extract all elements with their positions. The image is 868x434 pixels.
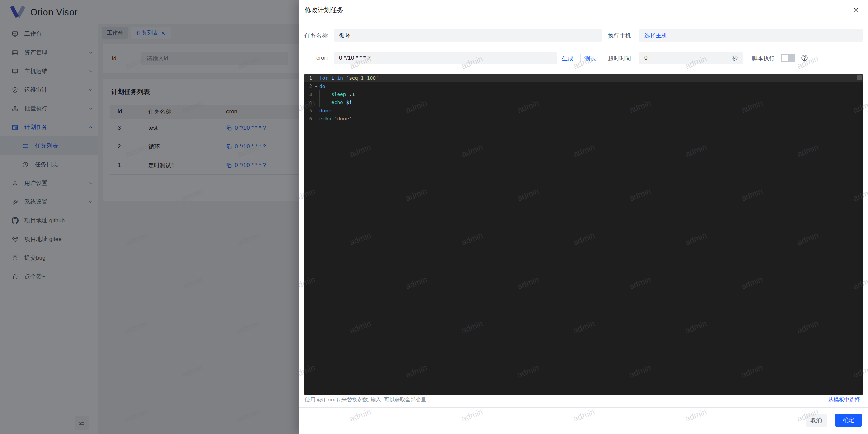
select-host-link[interactable]: 选择主机 xyxy=(644,32,667,39)
code-text: for i in `seq 1 100` xyxy=(319,75,379,81)
app-root: Orion Visor 工作台资产管理主机运维运维审计批量执行计划任务任务列表任… xyxy=(0,0,868,434)
ok-button[interactable]: 确定 xyxy=(835,414,862,427)
line-number: 1 xyxy=(307,75,312,81)
dialog-header: 修改计划任务 xyxy=(299,0,868,20)
code-text: sleep .1 xyxy=(319,92,355,97)
editor-line-2: 2do xyxy=(304,82,863,90)
divider xyxy=(580,54,581,62)
cron-test-link[interactable]: 测试 xyxy=(584,55,596,62)
editor-line-5: 5done xyxy=(304,107,863,115)
timeout-label: 超时时间 xyxy=(608,55,631,62)
line-number: 6 xyxy=(307,116,312,121)
editor-line-1: 1for i in `seq 1 100` xyxy=(304,74,863,82)
task-name-value: 循环 xyxy=(339,32,351,39)
script-exec-label: 脚本执行 xyxy=(752,55,775,62)
cancel-button[interactable]: 取消 xyxy=(806,414,827,427)
editor-line-4: 4 echo $i xyxy=(304,98,863,107)
editor-lines: 1for i in `seq 1 100`2do3 sleep .14 echo… xyxy=(304,74,863,123)
line-number: 5 xyxy=(307,108,312,113)
cron-input[interactable]: 0 */10 * * * ? xyxy=(334,52,557,64)
editor-line-6: 6echo 'done' xyxy=(304,115,863,123)
exec-host-label: 执行主机 xyxy=(608,32,631,40)
dialog-title: 修改计划任务 xyxy=(305,6,343,15)
task-name-label: 任务名称 xyxy=(304,32,328,40)
fold-chevron-icon[interactable] xyxy=(312,84,319,88)
code-text: done xyxy=(319,108,331,113)
choose-template-link[interactable]: 从模板中选择 xyxy=(828,396,860,403)
line-number: 3 xyxy=(307,92,312,97)
edit-task-dialog: 修改计划任务 任务名称 循环 执行主机 选择主机 cron 0 */10 * *… xyxy=(299,0,868,434)
code-text: echo 'done' xyxy=(319,116,352,121)
script-exec-toggle[interactable] xyxy=(781,54,795,62)
line-number: 4 xyxy=(307,100,312,105)
editor-line-3: 3 sleep .1 xyxy=(304,90,863,98)
close-icon xyxy=(853,7,860,14)
timeout-input[interactable]: 0 秒 xyxy=(639,52,743,64)
code-editor[interactable]: 1for i in `seq 1 100`2do3 sleep .14 echo… xyxy=(304,74,863,395)
help-icon[interactable] xyxy=(801,54,808,61)
cron-label: cron xyxy=(304,55,328,61)
params-hint: 使用 @{{ xxx }} 来替换参数, 输入_可以获取全部变量 xyxy=(305,396,426,403)
code-text: echo $i xyxy=(319,100,352,105)
timeout-value: 0 xyxy=(644,55,647,61)
toggle-knob xyxy=(782,55,788,61)
line-number: 2 xyxy=(307,83,312,89)
cron-generate-link[interactable]: 生成 xyxy=(562,55,573,62)
footer-divider xyxy=(299,407,868,408)
cron-value: 0 */10 * * * ? xyxy=(339,55,371,61)
editor-scrollbar[interactable] xyxy=(857,75,862,80)
dialog-close-button[interactable] xyxy=(852,6,861,15)
timeout-unit: 秒 xyxy=(732,54,738,62)
exec-host-field[interactable]: 选择主机 xyxy=(639,29,863,42)
task-name-input[interactable]: 循环 xyxy=(334,29,602,42)
code-text: do xyxy=(319,83,325,89)
